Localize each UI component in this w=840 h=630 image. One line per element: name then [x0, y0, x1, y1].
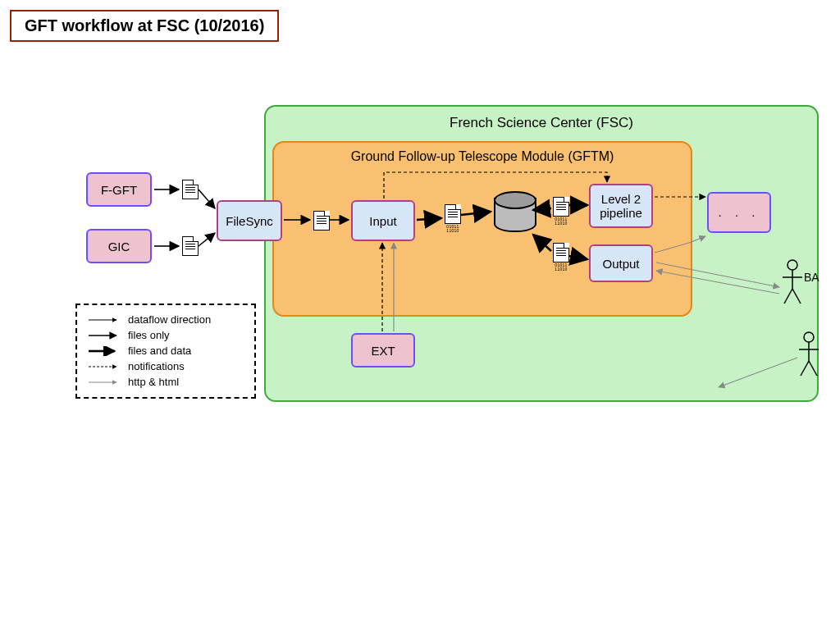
- actor-ba-label: BA: [804, 271, 819, 284]
- svg-line-2: [199, 189, 215, 208]
- file-icon: [313, 211, 330, 231]
- legend-files-data: files and data: [128, 345, 244, 357]
- node-input: Input: [351, 200, 415, 241]
- svg-line-3: [199, 233, 215, 246]
- file-icon: [182, 180, 199, 199]
- node-fgft: F-GFT: [86, 172, 152, 207]
- svg-point-17: [788, 260, 797, 270]
- node-ext: EXT: [351, 333, 415, 368]
- node-level2: Level 2 pipeline: [589, 184, 653, 228]
- actor-ba: BA: [783, 259, 810, 307]
- svg-line-21: [792, 289, 801, 304]
- actor-user: [799, 331, 827, 379]
- legend-dataflow: dataflow direction: [128, 313, 244, 326]
- fsc-label: French Science Center (FSC): [266, 115, 817, 131]
- file-bits-icon: 0101111010: [553, 243, 569, 262]
- diagram-canvas: GFT workflow at FSC (10/2016) French Sci…: [0, 0, 840, 630]
- svg-line-26: [809, 361, 817, 376]
- database-icon: [494, 191, 533, 235]
- node-filesync: FileSync: [217, 200, 282, 241]
- svg-point-22: [804, 332, 814, 342]
- node-gic: GIC: [86, 229, 152, 263]
- file-bits-icon: 0101111010: [445, 204, 461, 224]
- svg-line-20: [784, 289, 792, 304]
- gftm-container: Ground Follow-up Telescope Module (GFTM): [272, 141, 692, 317]
- node-ellipsis: . . .: [707, 192, 771, 233]
- legend: dataflow direction files only files and …: [75, 304, 256, 399]
- svg-line-25: [801, 361, 809, 376]
- page-title: GFT workflow at FSC (10/2016): [10, 10, 279, 42]
- file-bits-icon: 0101111010: [553, 197, 569, 217]
- legend-files-only: files only: [128, 329, 244, 341]
- legend-notifications: notifications: [128, 360, 244, 372]
- file-icon: [182, 236, 199, 256]
- gftm-label: Ground Follow-up Telescope Module (GFTM): [274, 149, 691, 164]
- node-output: Output: [589, 244, 653, 282]
- legend-http-html: http & html: [128, 376, 244, 388]
